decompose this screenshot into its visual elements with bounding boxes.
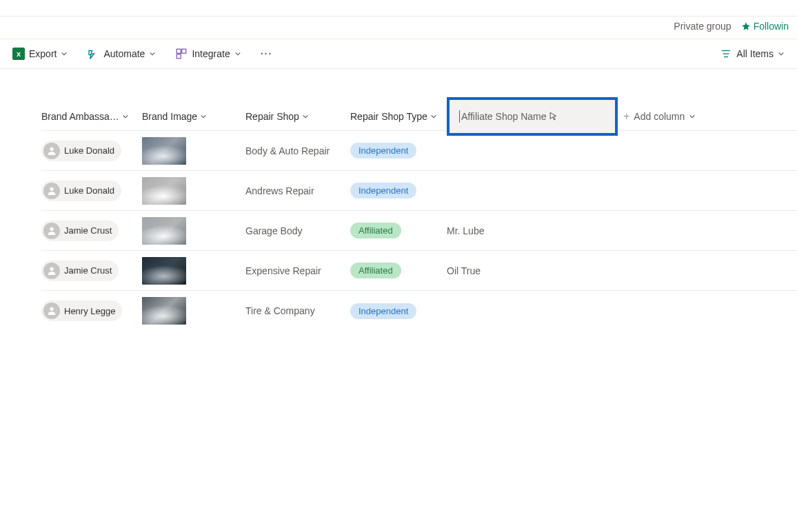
column-header-brand-image[interactable]: Brand Image xyxy=(142,111,245,122)
svg-point-10 xyxy=(50,307,53,311)
automate-label: Automate xyxy=(103,48,145,59)
avatar-icon xyxy=(43,183,60,199)
avatar-icon xyxy=(43,303,60,319)
brand-image-thumb[interactable] xyxy=(142,177,186,205)
svg-rect-0 xyxy=(177,49,181,53)
person-name: Luke Donald xyxy=(64,145,114,156)
chevron-down-icon xyxy=(122,113,129,120)
table-row[interactable]: Jamie Crust Expensive Repair Affiliated … xyxy=(41,251,797,291)
export-button[interactable]: x Export xyxy=(8,45,72,63)
integrate-icon xyxy=(175,48,188,60)
column-header-brand-ambassador[interactable]: Brand Ambassa… xyxy=(41,111,142,122)
private-group-label: Private group xyxy=(674,21,731,32)
person-name: Henry Legge xyxy=(64,306,115,316)
repair-shop-value: Tire & Company xyxy=(245,305,315,316)
integrate-button[interactable]: Integrate xyxy=(171,45,245,63)
column-header-affiliate-shop-name[interactable]: Affiliate Shop Name xyxy=(447,103,623,130)
repair-shop-value: Expensive Repair xyxy=(245,265,321,276)
automate-button[interactable]: Automate xyxy=(83,45,160,63)
person-chip[interactable]: Luke Donald xyxy=(41,141,121,161)
view-selector[interactable]: All Items xyxy=(716,45,789,63)
cursor-icon xyxy=(549,112,558,121)
repair-shop-type-pill: Affiliated xyxy=(350,223,401,238)
site-header: Private group Followin xyxy=(0,17,797,39)
list-body: Luke Donald Body & Auto Repair Independe… xyxy=(41,131,797,331)
repair-shop-value: Andrews Repair xyxy=(245,185,314,196)
add-column-label: Add column xyxy=(634,111,685,122)
repair-shop-type-pill: Independent xyxy=(350,183,416,198)
affiliate-shop-value: Oil True xyxy=(447,265,481,276)
column-header-repair-shop-type[interactable]: Repair Shop Type xyxy=(350,111,447,122)
chevron-down-icon xyxy=(234,50,241,57)
repair-shop-type-pill: Independent xyxy=(350,303,416,319)
view-label: All Items xyxy=(736,48,774,59)
chevron-down-icon xyxy=(778,50,785,57)
chevron-down-icon xyxy=(689,113,696,120)
table-row[interactable]: Henry Legge Tire & Company Independent xyxy=(41,291,797,331)
svg-point-8 xyxy=(50,227,53,230)
affiliate-shop-value: Mr. Lube xyxy=(447,225,484,236)
text-caret-icon xyxy=(459,110,460,123)
top-strip xyxy=(0,0,797,17)
new-column-name-input[interactable]: Affiliate Shop Name xyxy=(447,97,618,136)
avatar-icon xyxy=(43,263,60,279)
chevron-down-icon xyxy=(302,113,309,120)
flow-icon xyxy=(87,48,99,60)
person-chip[interactable]: Jamie Crust xyxy=(41,260,119,281)
following-label: Followin xyxy=(754,21,789,32)
excel-icon: x xyxy=(12,48,25,60)
column-header-label: Repair Shop Type xyxy=(350,111,427,122)
command-bar: x Export Automate Integrate ··· xyxy=(0,39,797,69)
svg-point-7 xyxy=(50,187,53,190)
list-view-icon xyxy=(720,48,732,60)
column-header-repair-shop[interactable]: Repair Shop xyxy=(245,111,350,122)
brand-image-thumb[interactable] xyxy=(142,137,186,165)
person-name: Luke Donald xyxy=(64,185,114,196)
repair-shop-value: Body & Auto Repair xyxy=(245,145,330,156)
chevron-down-icon xyxy=(200,113,207,120)
chevron-down-icon xyxy=(430,113,437,120)
repair-shop-type-pill: Affiliated xyxy=(350,263,401,278)
person-chip[interactable]: Luke Donald xyxy=(41,181,121,201)
avatar-icon xyxy=(43,143,60,159)
repair-shop-type-pill: Independent xyxy=(350,143,416,158)
table-row[interactable]: Luke Donald Body & Auto Repair Independe… xyxy=(41,131,797,171)
plus-icon: + xyxy=(623,111,629,122)
person-name: Jamie Crust xyxy=(64,225,112,236)
brand-image-thumb[interactable] xyxy=(142,257,186,285)
brand-image-thumb[interactable] xyxy=(142,217,186,245)
export-label: Export xyxy=(29,48,57,59)
person-chip[interactable]: Henry Legge xyxy=(41,300,122,321)
table-row[interactable]: Jamie Crust Garage Body Affiliated Mr. L… xyxy=(41,211,797,251)
svg-point-6 xyxy=(50,147,53,150)
more-actions-button[interactable]: ··· xyxy=(256,45,277,62)
list-view: Brand Ambassa… Brand Image Repair Shop R… xyxy=(0,69,797,331)
add-column-button[interactable]: + Add column xyxy=(623,111,727,122)
column-header-label: Repair Shop xyxy=(245,111,299,122)
svg-rect-2 xyxy=(177,54,181,59)
brand-image-thumb[interactable] xyxy=(142,297,186,325)
table-row[interactable]: Luke Donald Andrews Repair Independent xyxy=(41,171,797,211)
new-column-name-value: Affiliate Shop Name xyxy=(461,111,546,122)
person-name: Jamie Crust xyxy=(64,265,112,276)
following-toggle[interactable]: Followin xyxy=(741,21,789,32)
avatar-icon xyxy=(43,223,60,239)
person-chip[interactable]: Jamie Crust xyxy=(41,221,119,241)
column-header-label: Brand Ambassa… xyxy=(41,111,119,122)
star-icon xyxy=(741,21,751,31)
chevron-down-icon xyxy=(61,50,68,57)
chevron-down-icon xyxy=(149,50,156,57)
integrate-label: Integrate xyxy=(192,48,230,59)
svg-point-9 xyxy=(50,267,53,270)
repair-shop-value: Garage Body xyxy=(245,225,303,236)
column-header-label: Brand Image xyxy=(142,111,197,122)
column-header-row: Brand Ambassa… Brand Image Repair Shop R… xyxy=(41,102,797,131)
svg-rect-1 xyxy=(182,49,186,53)
